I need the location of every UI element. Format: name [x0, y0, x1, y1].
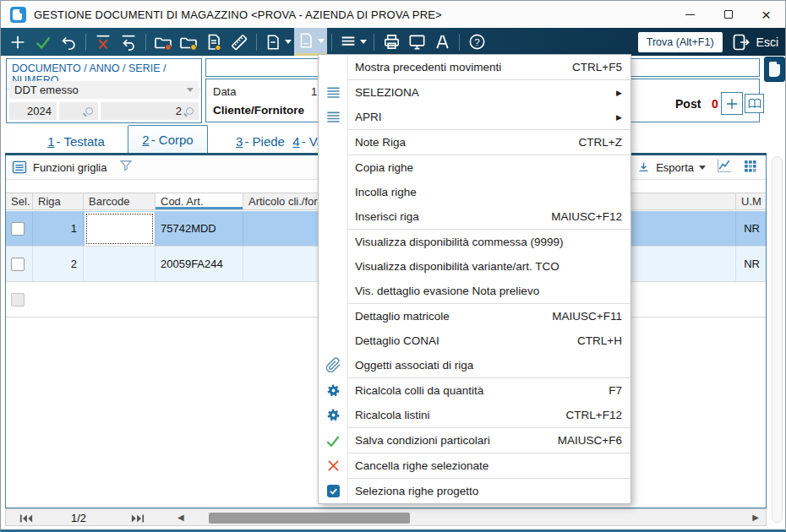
document-type-dropdown[interactable]: DDT emesso	[9, 81, 199, 99]
column-header-riga[interactable]: Riga	[33, 193, 84, 209]
menu-item-copia-righe[interactable]: Copia righe	[319, 155, 630, 180]
preview-monitor-button[interactable]	[404, 30, 429, 55]
row-context-menu: Mostra precedenti movimentiCTRL+F5 SELEZ…	[318, 54, 631, 504]
menu-item-inserisci-riga[interactable]: Inserisci rigaMAIUSC+F12	[319, 204, 630, 229]
filter-button[interactable]	[118, 158, 134, 176]
column-header-cod-art[interactable]: Cod. Art.	[156, 193, 243, 209]
tab-testata[interactable]: 1 - Testata	[26, 129, 126, 154]
hamburger-icon	[325, 109, 341, 126]
exit-label: Esci	[756, 35, 778, 49]
cell-riga: 2	[33, 247, 84, 281]
menu-item-apri[interactable]: APRI▶	[319, 105, 630, 129]
exit-button[interactable]: Esci	[731, 32, 778, 52]
plus-icon	[724, 96, 740, 111]
menu-item-disponibilita-commessa[interactable]: Visualizza disponibilità commessa (9999)	[319, 230, 630, 254]
menu-item-dettaglio-evasione[interactable]: Vis. dettaglio evasione Nota prelievo	[319, 279, 630, 303]
page-indicator: 1/2	[71, 512, 86, 524]
menu-item-ricalcola-listini[interactable]: Ricalcola listiniCTRL+F12	[319, 403, 630, 427]
open-book-icon	[748, 98, 761, 110]
chart-button[interactable]	[716, 158, 733, 176]
window-title: GESTIONE DOCUMENTI DI MAGAZZINO <PROVA -…	[34, 8, 442, 21]
scroll-left-arrow[interactable]: ◀	[177, 513, 184, 522]
menu-item-seleziona[interactable]: SELEZIONA▶	[319, 80, 630, 105]
vertical-scrollbar[interactable]	[772, 156, 783, 523]
app-logo-icon	[10, 7, 26, 23]
export-label: Esporta	[656, 161, 694, 174]
menu-item-note-riga[interactable]: Note RigaCTRL+Z	[319, 130, 630, 155]
grid-functions-label: Funzioni griglia	[33, 161, 106, 174]
document-yellow-icon[interactable]	[201, 30, 227, 55]
date-label: Data	[213, 85, 236, 98]
menu-item-salva-condizioni[interactable]: Salva condizioni particolariMAIUSC+F6	[319, 428, 630, 453]
date-value[interactable]: 1	[311, 85, 317, 98]
export-button[interactable]: Esporta	[636, 160, 706, 175]
tab-corpo[interactable]: 2 - Corpo	[128, 125, 208, 154]
undo-button[interactable]	[56, 30, 81, 55]
document-key-panel: DOCUMENTO / ANNO / SERIE / NUMERO DDT em…	[6, 58, 202, 123]
close-button[interactable]: ×	[747, 1, 785, 28]
open-folder-yellow-icon[interactable]	[176, 30, 201, 55]
delete-row-button[interactable]	[90, 30, 116, 55]
row-checkbox[interactable]	[11, 222, 25, 236]
serie-lookup-field[interactable]	[59, 102, 98, 120]
menu-item-incolla-righe[interactable]: Incolla righe	[319, 180, 630, 204]
main-toolbar: ? Trova (Alt+F1) Esci	[1, 28, 785, 56]
checkbox-checked-icon	[325, 483, 341, 500]
cell-barcode	[84, 247, 156, 281]
menu-item-disponibilita-variante[interactable]: Visualizza disponibilità variante/art. T…	[319, 254, 630, 279]
horizontal-scrollbar-thumb[interactable]	[209, 513, 410, 524]
scroll-right-arrow[interactable]: ▶	[752, 513, 759, 522]
cell-cod-art: 75742MDD	[156, 211, 243, 246]
help-button[interactable]: ?	[464, 30, 489, 55]
archive-book-button[interactable]	[764, 57, 785, 82]
document-menu-button[interactable]	[261, 30, 294, 55]
search-icon[interactable]	[85, 107, 93, 115]
chevron-down-icon	[187, 88, 194, 92]
new-button[interactable]	[5, 30, 30, 55]
ruler-icon[interactable]	[227, 30, 252, 55]
column-header-um[interactable]: U.M	[736, 193, 766, 209]
find-button[interactable]: Trova (Alt+F1)	[638, 32, 723, 52]
hamburger-menu-button[interactable]	[336, 30, 369, 55]
grid-functions-button[interactable]: Funzioni griglia	[11, 159, 106, 176]
gear-icon	[325, 407, 341, 424]
menu-item-cancella-righe[interactable]: Cancella righe selezionate	[319, 453, 630, 478]
download-icon	[636, 160, 651, 175]
post-label: Post	[675, 97, 701, 111]
row-checkbox[interactable]	[11, 258, 25, 271]
restore-row-button[interactable]	[116, 30, 141, 55]
first-page-icon[interactable]	[19, 513, 33, 524]
add-post-button[interactable]	[721, 92, 743, 115]
last-page-icon[interactable]	[131, 513, 145, 524]
chevron-down-icon	[699, 166, 706, 170]
maximize-button[interactable]	[709, 1, 747, 28]
search-icon[interactable]	[186, 107, 194, 115]
menu-item-oggetti-associati[interactable]: Oggetti associati di riga	[319, 353, 630, 377]
menu-item-dettaglio-matricole[interactable]: Dettaglio matricoleMAIUSC+F11	[319, 304, 630, 328]
customer-supplier-label: Cliente/Fornitore	[213, 104, 304, 117]
chevron-down-icon	[285, 40, 292, 44]
open-folder-red-icon[interactable]	[150, 30, 176, 55]
confirm-button[interactable]	[30, 30, 56, 55]
print-button[interactable]	[379, 30, 404, 55]
hamburger-icon	[325, 84, 341, 101]
row-document-menu-button[interactable]	[294, 28, 327, 56]
column-header-sel[interactable]: Sel.	[6, 193, 33, 209]
menu-item-mostra-precedenti[interactable]: Mostra precedenti movimentiCTRL+F5	[319, 55, 630, 79]
minimize-button[interactable]	[671, 1, 709, 28]
layout-grid-button[interactable]	[743, 159, 757, 176]
paperclip-icon	[325, 357, 341, 374]
menu-item-dettaglio-conai[interactable]: Dettaglio CONAICTRL+H	[319, 328, 630, 353]
post-list-button[interactable]	[745, 94, 764, 113]
menu-item-seleziona-righe-progetto[interactable]: Seleziona righe progetto	[319, 479, 630, 503]
pdf-button[interactable]	[429, 30, 455, 55]
barcode-edit-cell[interactable]	[85, 212, 155, 246]
number-field[interactable]: 2	[101, 102, 199, 120]
svg-text:?: ?	[474, 37, 479, 47]
title-bar: GESTIONE DOCUMENTI DI MAGAZZINO <PROVA -…	[1, 1, 785, 28]
menu-item-ricalcola-colli[interactable]: Ricalcola colli da quantitàF7	[319, 378, 630, 403]
year-field[interactable]: 2024	[9, 102, 57, 120]
x-icon	[325, 458, 341, 475]
column-header-barcode[interactable]: Barcode	[84, 193, 156, 209]
gear-icon	[325, 383, 341, 399]
